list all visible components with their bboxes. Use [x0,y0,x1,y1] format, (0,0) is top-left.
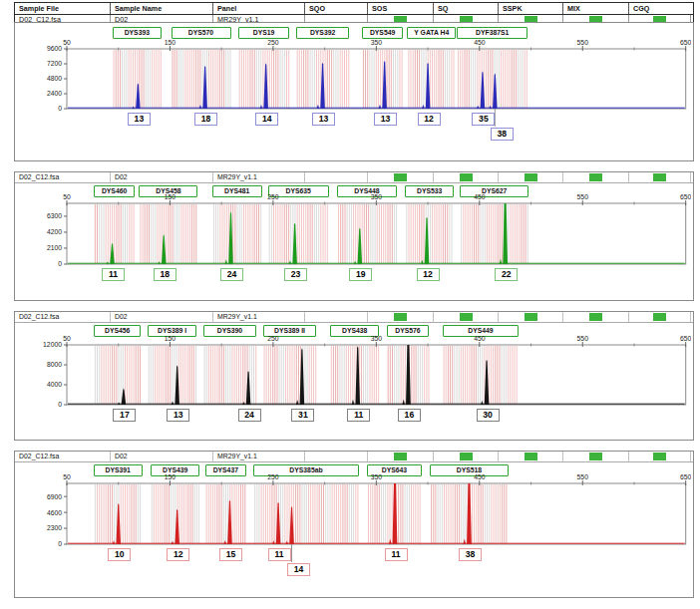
stutter-peak [481,401,484,405]
allele-label-DYS385ab-14[interactable]: 14 [287,563,310,576]
allele-label-Y-GATA-H4-12[interactable]: 12 [418,113,441,126]
header-cell-mix: MIX [563,3,629,14]
allele-label-DYS481-24[interactable]: 24 [220,268,243,281]
x-axis-tick-label: 350 [371,39,383,46]
x-axis-tick-label: 50 [63,193,71,200]
electropherogram-panel-2: D02_C12.fsaD02MR29Y_v1.1DYS460DYS458DYS4… [14,171,694,301]
x-axis-tick-label: 350 [371,473,383,480]
allele-label-DYS460-11[interactable]: 11 [102,268,125,281]
results-table-header-row: Sample FileSample NamePanelSQOSOSSQSSPKM… [15,3,693,15]
electropherogram-plot[interactable]: 5015025035045055065002400480072009600 [15,23,691,160]
peak-DYS627-22 [503,203,508,264]
x-axis-tick-label: 550 [577,39,589,46]
x-axis-tick-label: 550 [577,473,589,480]
peak-DYS518-38 [467,483,472,544]
plot-frame [67,483,686,544]
stutter-peak [260,105,263,109]
allele-label-DYS643-11[interactable]: 11 [385,548,408,561]
stutter-peak [199,105,202,109]
allele-label-DYS392-13[interactable]: 13 [312,113,335,126]
allele-label-DYS391-10[interactable]: 10 [108,548,131,561]
y-axis-tick-label: 7200 [47,60,62,67]
allele-label-DYS635-23[interactable]: 23 [284,268,307,281]
y-axis-tick-label: 9600 [47,45,62,52]
y-axis-tick-label: 0 [58,540,62,547]
y-axis-tick-label: 0 [58,401,62,408]
peak-DYS449-30 [485,360,490,405]
allele-label-DYS385ab-11[interactable]: 11 [268,548,291,561]
y-axis-tick-label: 8000 [47,361,62,368]
x-axis-tick-label: 650 [680,335,691,342]
header-cell-sqo: SQO [305,3,368,14]
x-axis-tick-label: 650 [680,473,691,480]
x-axis-tick-label: 150 [165,473,176,480]
x-axis-tick-label: 150 [165,335,176,342]
stutter-peak [489,106,492,109]
stutter-peak [352,400,355,405]
peak-DYS390-24 [246,371,251,405]
allele-label-DYS439-12[interactable]: 12 [167,548,189,561]
stutter-peak [477,106,480,109]
allele-label-DYS389-II-31[interactable]: 31 [291,409,314,422]
x-axis-tick-label: 150 [165,193,176,200]
y-axis-tick-label: 4000 [47,381,62,388]
allele-label-DYS390-24[interactable]: 24 [238,409,261,422]
allele-label-DYS627-22[interactable]: 22 [495,268,518,281]
y-axis-tick-label: 6900 [47,493,62,500]
x-axis-tick-label: 150 [165,39,176,46]
y-axis-tick-label: 4200 [47,228,62,235]
y-axis-tick-label: 2300 [47,524,62,531]
x-axis-tick-label: 550 [577,335,589,342]
x-axis-tick-label: 350 [371,193,383,200]
y-axis-tick-label: 0 [58,260,62,267]
y-axis-tick-label: 0 [58,105,62,112]
stutter-peak [172,401,175,405]
allele-label-DYS437-15[interactable]: 15 [219,548,242,561]
stutter-peak [421,260,424,264]
electropherogram-panel-1: DYS393DYS570DYS19DYS392DYS549Y GATA H4DY… [14,22,694,161]
allele-label-DYS393-13[interactable]: 13 [128,113,151,126]
x-axis-tick-label: 450 [474,473,486,480]
allele-label-DYS389-I-13[interactable]: 13 [167,409,189,422]
x-axis-tick-label: 350 [371,335,383,342]
peak-DYS460-11 [110,243,115,264]
header-cell-cgq: CGQ [629,3,691,14]
stutter-peak [286,541,289,544]
x-axis-tick-label: 50 [63,473,71,480]
header-cell-sspk: SSPK [499,3,563,14]
allele-label-DYS458-18[interactable]: 18 [154,268,176,281]
x-axis-tick-label: 450 [474,335,486,342]
peak-DYS481-24 [228,211,233,264]
allele-label-DYS456-17[interactable]: 17 [113,409,136,422]
allele-label-DYS518-38[interactable]: 38 [459,548,482,561]
allele-label-DYS438-11[interactable]: 11 [347,409,370,422]
y-axis-tick-label: 2100 [47,244,62,251]
electropherogram-plot[interactable]: 501502503504505506500230046006900 [15,452,691,597]
allele-label-DYS449-30[interactable]: 30 [477,409,500,422]
allele-label-DYF387S1-35[interactable]: 35 [472,113,495,126]
x-axis-tick-label: 50 [63,39,71,46]
x-axis-tick-label: 650 [680,193,691,200]
x-axis-tick-label: 250 [267,335,279,342]
allele-label-DYS570-18[interactable]: 18 [194,113,217,126]
x-axis-tick-label: 250 [267,39,279,46]
y-axis-tick-label: 4600 [47,509,62,516]
x-axis-tick-label: 450 [474,193,486,200]
stutter-peak [389,539,392,544]
x-axis-tick-label: 50 [63,335,71,342]
y-axis-tick-label: 12000 [43,341,62,348]
allele-label-DYS533-12[interactable]: 12 [417,268,440,281]
electropherogram-panel-3: D02_C12.fsaD02MR29Y_v1.1DYS456DYS389 IDY… [14,311,694,441]
header-cell-sample-name: Sample Name [111,3,213,14]
allele-label-DYS549-13[interactable]: 13 [374,113,397,126]
allele-label-DYS448-19[interactable]: 19 [349,268,372,281]
allele-label-DYS19-14[interactable]: 14 [255,113,278,126]
allele-label-DYF387S1-38[interactable]: 38 [491,128,514,141]
allele-label-DYS576-16[interactable]: 16 [398,409,421,422]
x-axis-tick-label: 250 [267,473,279,480]
x-axis-tick-label: 550 [577,193,589,200]
y-axis-tick-label: 6300 [47,212,62,219]
header-cell-sos: SOS [368,3,434,14]
x-axis-tick-label: 650 [680,39,691,46]
genemapper-sample-plot-window: Sample FileSample NamePanelSQOSOSSQSSPKM… [0,0,700,609]
